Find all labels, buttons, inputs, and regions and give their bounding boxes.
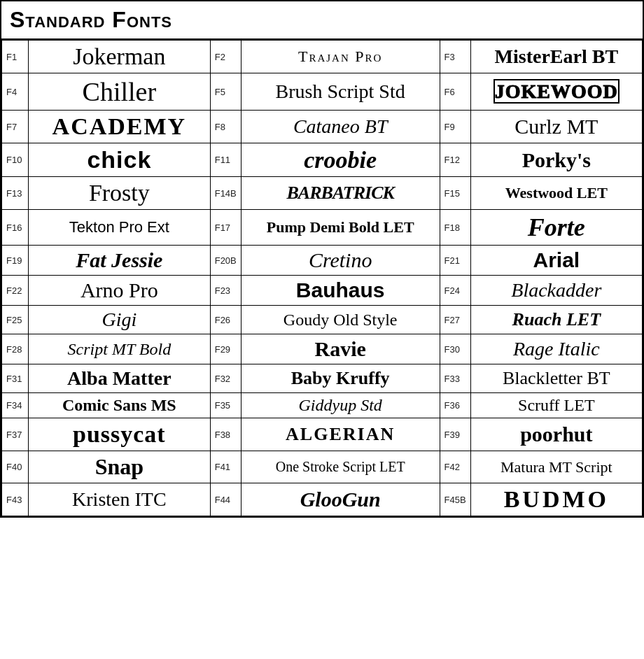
font-code: F27 <box>440 306 470 334</box>
font-sample-text: ACADEMY <box>52 113 187 139</box>
font-sample-text: Cataneo BT <box>293 115 388 137</box>
font-sample: Giddyup Std <box>241 393 440 418</box>
font-sample: Chiller <box>29 73 211 111</box>
font-sample: Kristen ITC <box>29 483 211 516</box>
font-sample-text: Tekton Pro Ext <box>69 218 169 236</box>
font-code: F16 <box>2 210 29 246</box>
font-sample-text: Ruach LET <box>512 309 601 330</box>
font-code: F9 <box>440 111 470 143</box>
font-sample-text: Rage Italic <box>513 338 600 360</box>
font-sample-text: BUDMO <box>503 486 610 513</box>
font-sample-text: One Stroke Script LET <box>276 459 405 474</box>
font-sample: Westwood LET <box>470 177 642 210</box>
font-code: F25 <box>2 306 29 334</box>
font-sample: Scruff LET <box>470 393 642 418</box>
font-sample: GlooGun <box>241 483 440 516</box>
font-sample-text: Forte <box>528 213 585 241</box>
font-sample: Arial <box>470 246 642 276</box>
font-sample-text: Arno Pro <box>80 278 158 302</box>
font-sample: Matura MT Script <box>470 451 642 483</box>
font-sample-text: chick <box>87 146 151 173</box>
font-code: F34 <box>2 393 29 418</box>
font-sample-text: BARBATRICK <box>287 183 394 203</box>
font-sample: BUDMO <box>470 483 642 516</box>
fonts-table: F1JokermanF2Trajan ProF3MisterEarl BTF4C… <box>1 40 643 516</box>
font-sample-text: MisterEarl BT <box>495 45 619 67</box>
font-sample: Porky's <box>470 143 642 177</box>
font-code: F20B <box>210 246 241 276</box>
font-code: F40 <box>2 451 29 483</box>
font-sample-text: Matura MT Script <box>500 458 612 476</box>
font-code: F19 <box>2 246 29 276</box>
font-code: F28 <box>2 334 29 364</box>
font-sample-text: Blackletter BT <box>503 368 610 388</box>
font-code: F44 <box>210 483 241 516</box>
font-code: F24 <box>440 276 470 306</box>
font-sample-text: Kristen ITC <box>72 488 167 510</box>
font-code: F14B <box>210 177 241 210</box>
font-code: F15 <box>440 177 470 210</box>
font-code: F6 <box>440 73 470 111</box>
font-sample: Forte <box>470 210 642 246</box>
font-code: F26 <box>210 306 241 334</box>
table-row: F13FrostyF14BBARBATRICKF15Westwood LET <box>2 177 643 210</box>
font-code: F7 <box>2 111 29 143</box>
font-sample: Curlz MT <box>470 111 642 143</box>
table-row: F16Tekton Pro ExtF17Pump Demi Bold LETF1… <box>2 210 643 246</box>
font-code: F18 <box>440 210 470 246</box>
font-code: F12 <box>440 143 470 177</box>
font-sample-text: Giddyup Std <box>299 396 382 414</box>
font-sample: ACADEMY <box>29 111 211 143</box>
font-sample-text: GlooGun <box>300 488 381 511</box>
font-code: F30 <box>440 334 470 364</box>
table-row: F37pussycatF38ALGERIANF39poorhut <box>2 418 643 451</box>
font-code: F37 <box>2 418 29 451</box>
table-row: F31Alba MatterF32Baby KruffyF33Blacklett… <box>2 364 643 393</box>
font-sample-text: Bauhaus <box>296 278 385 302</box>
font-code: F41 <box>210 451 241 483</box>
table-row: F40SnapF41One Stroke Script LETF42Matura… <box>2 451 643 483</box>
font-sample-text: Curlz MT <box>514 115 598 138</box>
font-sample-text: Pump Demi Bold LET <box>267 218 414 236</box>
font-sample-text: pussycat <box>73 421 166 447</box>
font-sample-text: JOKEWOOD <box>493 79 620 104</box>
font-code: F39 <box>440 418 470 451</box>
table-row: F19Fat JessieF20BCretinoF21Arial <box>2 246 643 276</box>
font-sample-text: Jokerman <box>73 43 165 69</box>
font-code: F21 <box>440 246 470 276</box>
page-title: Standard Fonts <box>1 1 643 40</box>
font-sample-text: Trajan Pro <box>298 48 382 65</box>
font-sample-text: poorhut <box>520 423 592 446</box>
font-code: F38 <box>210 418 241 451</box>
font-sample: Rage Italic <box>470 334 642 364</box>
font-code: F13 <box>2 177 29 210</box>
font-code: F2 <box>210 41 241 73</box>
font-sample: Jokerman <box>29 41 211 73</box>
font-sample-text: Chiller <box>83 77 157 106</box>
font-sample-text: Goudy Old Style <box>284 311 398 329</box>
font-sample-text: Blackadder <box>511 279 601 301</box>
font-sample: Ruach LET <box>470 306 642 334</box>
font-sample-text: Fat Jessie <box>76 248 162 271</box>
font-sample: ALGERIAN <box>241 418 440 451</box>
font-sample: Cataneo BT <box>241 111 440 143</box>
font-sample: Bauhaus <box>241 276 440 306</box>
font-sample: Trajan Pro <box>241 41 440 73</box>
font-code: F32 <box>210 364 241 393</box>
font-code: F29 <box>210 334 241 364</box>
font-sample-text: Westwood LET <box>505 184 608 201</box>
font-sample: Arno Pro <box>29 276 211 306</box>
table-row: F1JokermanF2Trajan ProF3MisterEarl BT <box>2 41 643 73</box>
font-code: F1 <box>2 41 29 73</box>
font-sample: Goudy Old Style <box>241 306 440 334</box>
font-sample-text: croobie <box>304 147 377 173</box>
font-sample: chick <box>29 143 211 177</box>
font-code: F36 <box>440 393 470 418</box>
table-row: F4ChillerF5Brush Script StdF6JOKEWOOD <box>2 73 643 111</box>
font-code: F42 <box>440 451 470 483</box>
font-sample-text: Baby Kruffy <box>291 368 390 388</box>
font-sample: Tekton Pro Ext <box>29 210 211 246</box>
font-code: F23 <box>210 276 241 306</box>
font-sample: Alba Matter <box>29 364 211 393</box>
font-code: F17 <box>210 210 241 246</box>
